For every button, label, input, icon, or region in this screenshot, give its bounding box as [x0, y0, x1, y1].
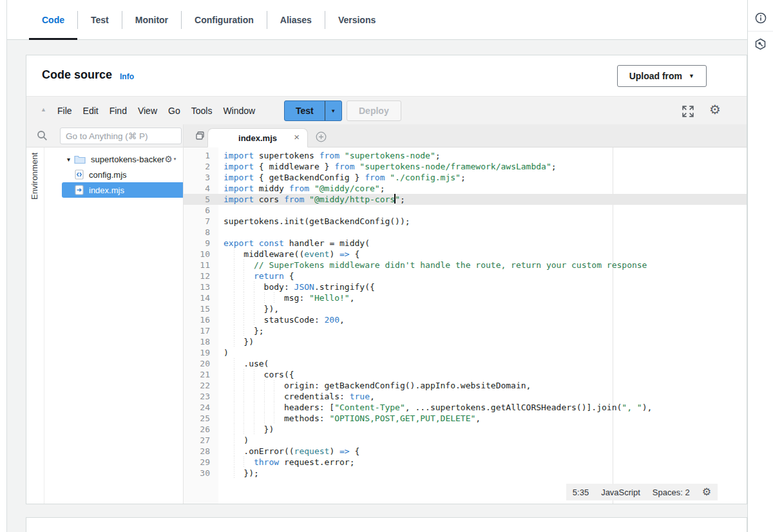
line-number[interactable]: 1 — [184, 150, 218, 161]
upload-from-button[interactable]: Upload from ▼ — [617, 65, 707, 87]
cursor-position[interactable]: 5:35 — [573, 488, 589, 497]
folder-settings-gear-icon[interactable]: ⚙▾ — [164, 154, 176, 164]
code-line-14[interactable]: 14 msg: "Hello!", — [184, 292, 747, 303]
code-line-29[interactable]: 29 throw request.error; — [184, 457, 747, 468]
code-line-24[interactable]: 24 headers: ["Content-Type", ...supertok… — [184, 402, 747, 413]
code-line-22[interactable]: 22 origin: getBackendConfig().appInfo.we… — [184, 380, 747, 391]
line-number[interactable]: 14 — [184, 292, 218, 303]
code-line-30[interactable]: 30 }); — [184, 468, 747, 479]
code-line-11[interactable]: 11 // SuperTokens middleware didn't hand… — [184, 260, 747, 271]
collapse-panel-icon[interactable]: ▲ — [41, 106, 46, 113]
code-line-16[interactable]: 16 statusCode: 200, — [184, 314, 747, 325]
test-options-button[interactable]: ▼ — [325, 101, 341, 120]
code-editor[interactable]: 1import supertokens from "supertokens-no… — [184, 147, 747, 504]
line-number[interactable]: 29 — [184, 457, 218, 468]
line-number[interactable]: 4 — [184, 183, 218, 194]
menu-go[interactable]: Go — [168, 106, 180, 116]
tab-code[interactable]: Code — [29, 0, 77, 39]
menu-tools[interactable]: Tools — [191, 106, 213, 116]
tree-file-config-mjs[interactable]: config.mjs — [44, 167, 186, 182]
menu-find[interactable]: Find — [110, 106, 127, 116]
line-number[interactable]: 25 — [184, 413, 218, 424]
line-number[interactable]: 10 — [184, 249, 218, 260]
line-number[interactable]: 18 — [184, 336, 218, 347]
language-mode[interactable]: JavaScript — [601, 488, 640, 497]
menu-view[interactable]: View — [138, 106, 157, 116]
line-number[interactable]: 16 — [184, 314, 218, 325]
line-number[interactable]: 22 — [184, 380, 218, 391]
code-line-9[interactable]: 9export const handler = middy( — [184, 238, 747, 249]
tab-versions[interactable]: Versions — [325, 0, 388, 39]
code-line-13[interactable]: 13 body: JSON.stringify({ — [184, 281, 747, 292]
code-line-2[interactable]: 2import { middleware } from "supertokens… — [184, 161, 747, 172]
code-line-7[interactable]: 7supertokens.init(getBackendConfig()); — [184, 216, 747, 227]
line-number[interactable]: 15 — [184, 303, 218, 314]
test-button[interactable]: Test — [285, 101, 325, 120]
code-line-15[interactable]: 15 }), — [184, 303, 747, 314]
code-line-18[interactable]: 18 }) — [184, 336, 747, 347]
line-number[interactable]: 13 — [184, 281, 218, 292]
tree-file-index-mjs[interactable]: index.mjs — [62, 182, 185, 198]
code-line-28[interactable]: 28 .onError((request) => { — [184, 446, 747, 457]
menu-file[interactable]: File — [57, 106, 72, 116]
code-line-27[interactable]: 27 ) — [184, 435, 747, 446]
menu-window[interactable]: Window — [223, 106, 255, 116]
code-line-17[interactable]: 17 }; — [184, 325, 747, 336]
tab-test[interactable]: Test — [78, 0, 122, 39]
code-line-6[interactable]: 6 — [184, 205, 747, 216]
code-line-26[interactable]: 26 }) — [184, 424, 747, 435]
tab-monitor[interactable]: Monitor — [122, 0, 181, 39]
line-number[interactable]: 7 — [184, 216, 218, 227]
fullscreen-icon[interactable] — [682, 106, 694, 117]
line-number[interactable]: 3 — [184, 172, 218, 183]
close-icon[interactable]: × — [294, 132, 300, 142]
code-line-19[interactable]: 19) — [184, 347, 747, 358]
line-number[interactable]: 9 — [184, 238, 218, 249]
line-number[interactable]: 30 — [184, 468, 218, 479]
code-line-12[interactable]: 12 return { — [184, 271, 747, 281]
line-number[interactable]: 24 — [184, 402, 218, 413]
line-number[interactable]: 12 — [184, 271, 218, 281]
code-line-10[interactable]: 10 middleware((event) => { — [184, 249, 747, 260]
line-number[interactable]: 20 — [184, 358, 218, 369]
tab-list-icon[interactable] — [195, 131, 205, 140]
amazon-q-icon[interactable] — [754, 34, 767, 54]
line-number[interactable]: 6 — [184, 205, 218, 216]
info-panel-icon[interactable] — [754, 8, 767, 28]
code-line-8[interactable]: 8 — [184, 227, 747, 238]
deploy-button[interactable]: Deploy — [347, 100, 401, 121]
rail-divider — [748, 31, 773, 32]
line-number[interactable]: 2 — [184, 161, 218, 172]
code-line-1[interactable]: 1import supertokens from "supertokens-no… — [184, 150, 747, 161]
editor-settings-gear-icon[interactable]: ⚙ — [709, 103, 721, 116]
indentation-setting[interactable]: Spaces: 2 — [653, 488, 690, 497]
line-number[interactable]: 19 — [184, 347, 218, 358]
menu-edit[interactable]: Edit — [83, 106, 99, 116]
line-number[interactable]: 11 — [184, 260, 218, 271]
tab-aliases[interactable]: Aliases — [267, 0, 325, 39]
code-line-21[interactable]: 21 cors({ — [184, 369, 747, 380]
statusbar-settings-gear-icon[interactable]: ⚙ — [702, 487, 711, 497]
line-number[interactable]: 17 — [184, 325, 218, 336]
code-line-23[interactable]: 23 credentials: true, — [184, 391, 747, 402]
code-line-3[interactable]: 3import { getBackendConfig } from "./con… — [184, 172, 747, 183]
tab-configuration[interactable]: Configuration — [182, 0, 267, 39]
code-line-4[interactable]: 4import middy from "@middy/core"; — [184, 183, 747, 194]
line-number[interactable]: 28 — [184, 446, 218, 457]
editor-tab-index-mjs[interactable]: index.mjs × — [207, 128, 308, 147]
tree-folder-supertokens-backer[interactable]: ▾ supertokens-backer ⚙▾ — [44, 151, 186, 167]
line-number[interactable]: 8 — [184, 227, 218, 238]
new-tab-icon[interactable] — [316, 131, 327, 142]
code-line-25[interactable]: 25 methods: "OPTIONS,POST,GET,PUT,DELETE… — [184, 413, 747, 424]
caret-down-icon[interactable]: ▾ — [67, 156, 70, 163]
code-line-20[interactable]: 20 .use( — [184, 358, 747, 369]
line-number[interactable]: 27 — [184, 435, 218, 446]
line-number[interactable]: 23 — [184, 391, 218, 402]
code-line-5[interactable]: 5import cors from "@middy/http-cors"; — [184, 194, 747, 205]
line-number[interactable]: 21 — [184, 369, 218, 380]
line-number[interactable]: 26 — [184, 424, 218, 435]
info-link[interactable]: Info — [120, 72, 134, 81]
code-token: const — [259, 238, 284, 248]
line-number[interactable]: 5 — [184, 194, 218, 205]
goto-anything-input[interactable] — [60, 128, 182, 144]
